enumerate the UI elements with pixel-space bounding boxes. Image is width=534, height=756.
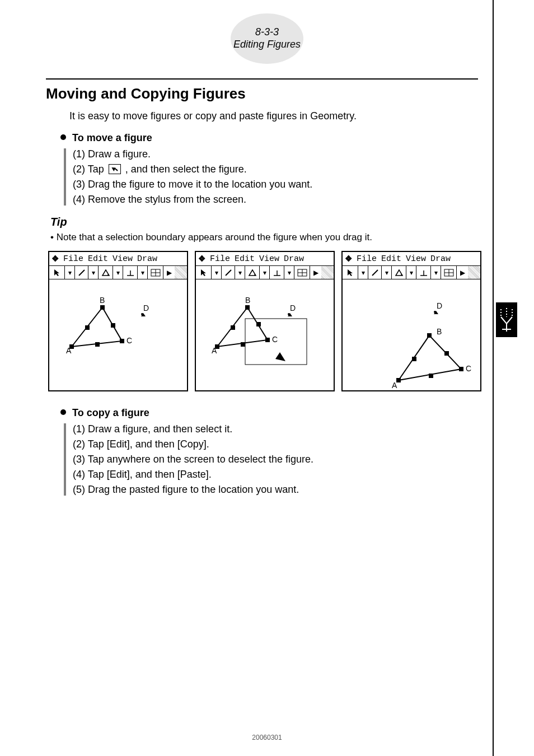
svg-rect-16 [100,305,105,310]
svg-rect-20 [95,342,100,347]
calc-toolbar: ▾ ▾ ▾ ▾ ▶ [196,266,334,279]
tip-heading: Tip [50,216,478,228]
svg-text:C: C [466,364,471,373]
pt-B: B [100,296,105,305]
svg-rect-60 [429,374,433,378]
menu-file: File [210,254,230,264]
tb-perp-icon [123,266,138,279]
tb-pen-icon [368,266,382,279]
svg-rect-36 [231,325,235,330]
svg-marker-32 [217,307,268,347]
copy-heading-text: To copy a figure [72,407,149,418]
move-step-4: (4) Remove the stylus from the screen. [73,194,478,206]
tb-pen-icon [75,266,88,279]
tb-dd4-icon: ▾ [284,266,294,279]
tb-triangle-icon [392,266,406,279]
calc-toolbar: ▾ ▾ ▾ ▾ ▶ [343,266,480,279]
copy-step-2: (2) Tap [Edit], and then [Copy]. [73,438,478,450]
tb-more-icon: ▶ [310,266,321,279]
bullet-icon [60,134,66,140]
calc-logo-icon: ❖ [51,254,59,264]
svg-text:A: A [212,346,217,355]
horizontal-rule [46,78,478,80]
menu-draw: Draw [284,254,304,264]
tb-dd1-icon: ▾ [358,266,368,279]
page-header-oval: 8-3-3 Editing Figures [231,13,303,64]
tb-dd3-icon: ▾ [113,266,123,279]
svg-marker-45 [348,269,353,276]
svg-text:D: D [437,301,442,310]
move-step-3: (3) Drag the figure to move it to the lo… [73,179,478,190]
svg-rect-56 [427,333,432,338]
copy-step-4: (4) Tap [Edit], and then [Paste]. [73,469,478,480]
tb-dd3-icon: ▾ [260,266,270,279]
tb-grid-icon [294,266,310,279]
svg-point-48 [401,274,402,276]
svg-text:B: B [437,327,442,336]
tb-dd4-icon: ▾ [138,266,148,279]
tb-grid-icon [148,266,163,279]
svg-rect-38 [241,342,245,347]
svg-line-46 [372,270,378,276]
copy-steps: (1) Draw a figure, and then select it. (… [64,423,478,496]
menu-edit: Edit [235,254,255,264]
move-step-2b: , and then select the figure. [125,164,247,175]
svg-rect-34 [245,305,250,310]
screenshot-row: ❖ File Edit View Draw ▾ ▾ ▾ ▾ ▶ [48,251,478,391]
svg-point-8 [107,274,109,276]
svg-rect-35 [265,338,270,342]
svg-rect-37 [256,322,261,326]
calc-canvas-1: A B C D [49,279,187,390]
menu-file: File [63,254,83,264]
move-steps: (1) Draw a figure. (2) Tap , and then se… [64,148,478,206]
copy-subheading: To copy a figure [60,407,478,419]
menu-draw: Draw [430,254,451,264]
pt-A: A [66,346,72,355]
tb-dd2-icon: ▾ [88,266,99,279]
tb-more-icon: ▶ [457,266,468,279]
calc-toolbar: ▾ ▾ ▾ ▾ ▶ [49,266,187,279]
svg-rect-19 [111,323,115,328]
menu-view: View [113,254,133,264]
menu-view: View [259,254,279,264]
svg-rect-57 [459,367,463,371]
tb-select-icon [49,266,65,279]
svg-marker-44 [275,352,285,361]
menu-view: View [406,254,426,264]
tb-select-icon [196,266,212,279]
menu-file: File [357,254,377,264]
tb-perp-icon [416,266,431,279]
svg-rect-59 [444,351,449,356]
move-subheading: To move a figure [60,132,478,144]
calc-logo-icon: ❖ [345,254,352,264]
intro-text: It is easy to move figures or copy and p… [69,110,478,122]
calc-canvas-2: A B C D [196,279,334,390]
chapter-tab-marker [496,302,517,337]
copy-step-1: (1) Draw a figure, and then select it. [73,423,478,435]
page-right-border [493,0,494,756]
tb-dd1-icon: ▾ [65,266,75,279]
tip-body: • Note that a selection boundary appears… [50,232,478,243]
calc-menu-bar: ❖ File Edit View Draw [49,252,187,266]
calc-screenshot-1: ❖ File Edit View Draw ▾ ▾ ▾ ▾ ▶ [48,251,188,391]
section-heading: Moving and Copying Figures [46,85,478,102]
menu-edit: Edit [381,254,401,264]
svg-rect-17 [120,339,124,343]
menu-draw: Draw [137,254,157,264]
calc-canvas-3: A B C D [343,279,480,390]
page-ref: 8-3-3 [255,26,279,39]
copy-step-3: (3) Tap anywhere on the screen to desele… [73,454,478,465]
move-step-2: (2) Tap , and then select the figure. [73,164,478,175]
tb-dd2-icon: ▾ [382,266,392,279]
svg-rect-58 [412,357,416,361]
tb-select-icon [343,266,358,279]
calc-logo-icon: ❖ [198,254,205,264]
svg-rect-18 [85,325,90,330]
tb-more-icon: ▶ [163,266,175,279]
tb-pen-icon [222,266,235,279]
bullet-icon [60,409,66,415]
tb-dd4-icon: ▾ [431,266,441,279]
calc-screenshot-2: ❖ File Edit View Draw ▾ ▾ ▾ ▾ ▶ [195,251,335,391]
calc-menu-bar: ❖ File Edit View Draw [196,252,334,266]
tb-dd1-icon: ▾ [212,266,222,279]
